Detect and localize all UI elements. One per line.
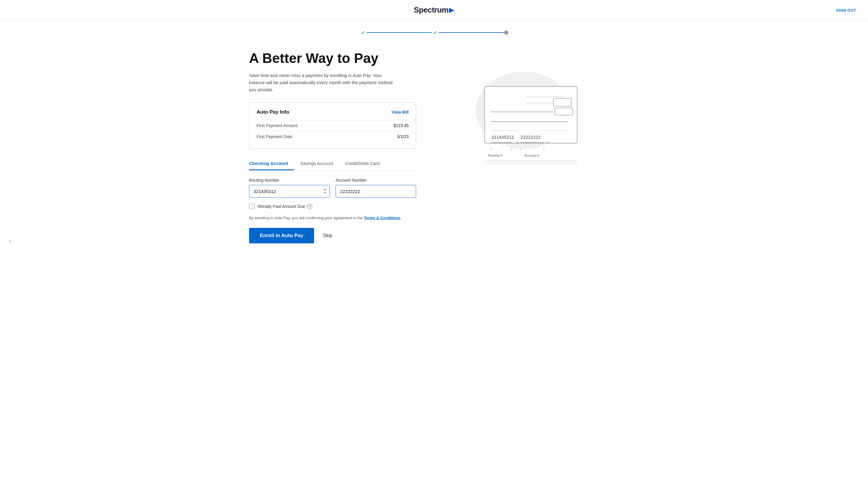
routing-micr-text: 321435312: [491, 135, 514, 139]
check-illustration: 321435312 22222222 Routing # Account #: [467, 63, 592, 165]
autopay-info-title: Auto Pay Info: [256, 109, 289, 115]
payment-amount-label: First Payment Amount: [256, 123, 298, 128]
left-panel: A Better Way to Pay Save time and never …: [249, 51, 416, 244]
payment-amount-row: First Payment Amount $123.45: [256, 120, 409, 131]
account-tabs: Checking Account Savings Account Credit/…: [249, 158, 416, 171]
autopay-info-box: Auto Pay Info View Bill First Payment Am…: [249, 102, 416, 149]
svg-rect-3: [553, 98, 571, 106]
already-paid-label: Already Paid Amount Due ?: [257, 204, 312, 209]
account-number-label: Account Number: [336, 178, 416, 183]
autopay-info-header: Auto Pay Info View Bill: [256, 109, 409, 115]
step-line-2-3: [438, 32, 504, 33]
header: Spectrum ▶ SIGN OUT: [0, 0, 868, 20]
payment-date-row: First Payment Date 3/1/23: [256, 131, 409, 142]
routing-input-wrapper: ▲ ▼: [249, 185, 330, 198]
page-subtitle: Save time and never miss a payment by en…: [249, 72, 398, 93]
main-content: A Better Way to Pay Save time and never …: [225, 39, 643, 255]
already-paid-row: Already Paid Amount Due ?: [249, 204, 416, 209]
bank-form-row: Routing Number ▲ ▼ Account Number: [249, 178, 416, 198]
payment-date-value: 3/1/23: [397, 134, 409, 139]
routing-spinner[interactable]: ▲ ▼: [323, 188, 327, 194]
check-svg: 321435312 22222222 Routing # Account #: [467, 63, 586, 164]
nav-arrow-left[interactable]: ‹: [6, 233, 14, 249]
page-title: A Better Way to Pay: [249, 51, 416, 66]
enroll-autopay-button[interactable]: Enroll in Auto Pay: [249, 228, 314, 244]
svg-rect-5: [555, 108, 573, 115]
progress-step-2: ✓: [432, 29, 438, 36]
payment-date-label: First Payment Date: [256, 134, 292, 139]
account-number-group: Account Number: [336, 178, 416, 198]
step-1-circle: ✓: [360, 29, 366, 36]
payment-amount-value: $123.45: [394, 123, 409, 128]
routing-number-group: Routing Number ▲ ▼: [249, 178, 330, 198]
skip-button[interactable]: Skip: [323, 233, 332, 238]
progress-step-1: ✓: [360, 29, 366, 36]
view-bill-button[interactable]: View Bill: [392, 110, 409, 115]
logo-text: Spectrum: [414, 5, 448, 14]
step-2-circle: ✓: [432, 29, 438, 36]
terms-text: By enrolling in Auto Pay, you are confir…: [249, 215, 416, 221]
tab-checking-account[interactable]: Checking Account: [249, 158, 294, 170]
right-panel: 321435312 22222222 Routing # Account #: [440, 51, 619, 244]
progress-step-3: [504, 30, 508, 35]
step-3-circle: [504, 30, 508, 35]
action-buttons: Enroll in Auto Pay Skip: [249, 228, 416, 244]
tab-credit-debit-card[interactable]: Credit/Debit Card: [339, 158, 386, 170]
tab-savings-account[interactable]: Savings Account: [294, 158, 339, 170]
logo: Spectrum ▶: [414, 5, 454, 14]
logo-arrow: ▶: [449, 6, 454, 14]
routing-caption: Routing #: [488, 154, 502, 157]
terms-conditions-link[interactable]: Terms & Conditions: [364, 216, 401, 220]
routing-number-input[interactable]: [249, 185, 330, 198]
routing-number-label: Routing Number: [249, 178, 330, 183]
account-micr-text: 22222222: [521, 135, 540, 139]
already-paid-checkbox[interactable]: [249, 204, 254, 209]
account-number-input[interactable]: [336, 185, 416, 198]
step-line-1-2: [366, 32, 432, 33]
sign-out-button[interactable]: SIGN OUT: [836, 8, 856, 12]
help-icon[interactable]: ?: [307, 204, 312, 209]
progress-bar: ✓ ✓: [0, 20, 868, 39]
account-caption: Account #: [525, 154, 539, 157]
